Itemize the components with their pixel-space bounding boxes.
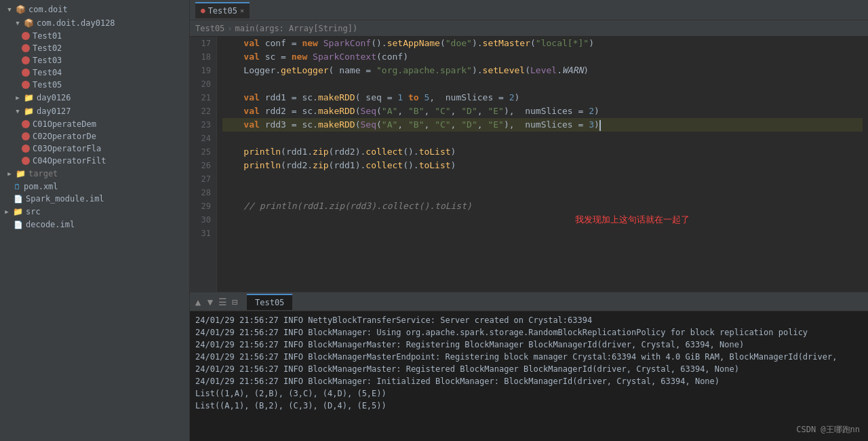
tree-label: Test01 [33,31,62,41]
code-line-19[interactable]: Logger.getLogger( name = "org.apache.spa… [222,64,863,77]
tab-Test05[interactable]: ● Test05 ✕ [195,2,250,18]
tree-label: Spark_module.iml [26,194,104,204]
arrow-icon: ▼ [5,5,14,14]
console-action-buttons[interactable]: ▲ ▼ ☰ ⊟ [193,296,240,307]
ln-27: 27 [195,172,211,186]
tree-label: Test05 [33,80,62,90]
tree-label: pom.xml [24,182,58,191]
tree-item-com-doit[interactable]: ▼ 📦 com.doit [0,3,189,16]
code-line-27 [222,172,863,186]
tree-item-src[interactable]: ▶ 📁 src [0,205,189,218]
console-line-1: 24/01/29 21:56:27 INFO NettyBlockTransfe… [195,314,863,326]
code-line-23[interactable]: val rdd3 = sc.makeRDD(Seq("A", "B", "C",… [222,118,863,132]
tree-item-Test05[interactable]: Test05 [0,79,189,91]
console-line-5: 24/01/29 21:56:27 INFO BlockManagerMaste… [195,363,863,375]
code-lines[interactable]: val conf = new SparkConf().setAppName("d… [217,37,868,292]
arrow-icon: ▼ [14,19,22,27]
code-line-21[interactable]: val rdd1 = sc.makeRDD( seq = 1 to 5, num… [222,91,863,104]
tree-item-pom[interactable]: 🗒 pom.xml [0,180,189,193]
tree-label: com.doit [28,5,68,14]
console-line-6: 24/01/29 21:56:27 INFO BlockManager: Ini… [195,375,863,387]
folder-icon: 📁 [15,168,26,179]
code-line-18[interactable]: val sc = new SparkContext(conf) [222,50,863,64]
ln-23: 23 [195,118,211,132]
scroll-up-button[interactable]: ▲ [193,296,203,307]
arrow-icon: ▶ [14,94,22,102]
tree-item-Test01[interactable]: Test01 [0,30,189,42]
scala-file-icon [22,120,30,128]
folder-icon: 📁 [23,106,34,117]
ln-17: 17 [195,37,211,50]
file-tree[interactable]: ▼ 📦 com.doit ▼ 📦 com.doit.day0128 Test01… [0,0,190,441]
tree-label: C02OperatorDe [33,132,96,141]
tree-item-iml[interactable]: 📄 Spark_module.iml [0,193,189,205]
code-line-30[interactable]: 我发现加上这句话就在一起了 [222,213,863,227]
tab-bar[interactable]: ● Test05 ✕ [190,0,868,20]
folder-icon: 📁 [12,206,23,217]
ln-30: 30 [195,213,211,227]
tab-close-button[interactable]: ✕ [240,7,244,14]
tree-item-C02[interactable]: C02OperatorDe [0,130,189,142]
ln-18: 18 [195,50,211,64]
tab-run-label: Test05 [255,298,284,307]
code-line-20 [222,77,863,91]
code-line-22[interactable]: val rdd2 = sc.makeRDD(Seq("A", "B", "C",… [222,104,863,118]
scala-file-icon [22,44,30,52]
tree-item-day0126[interactable]: ▶ 📁 day0126 [0,91,189,104]
tab-label: Test05 [208,6,237,16]
tree-item-C04[interactable]: C04OperatorFilt [0,155,189,167]
tree-item-day0128[interactable]: ▼ 📦 com.doit.day0128 [0,16,189,30]
tree-label: target [28,169,58,178]
bottom-panel: ▲ ▼ ☰ ⊟ Test05 24/01/29 21:56:27 INFO Ne… [190,292,868,441]
tree-item-C01[interactable]: C01OperateDem [0,118,189,130]
tree-label: C03OperatorFla [33,144,101,153]
breadcrumb-part1[interactable]: Test05 [195,24,224,33]
ln-28: 28 [195,186,211,199]
tree-item-target[interactable]: ▶ 📁 target [0,167,189,180]
clear-button[interactable]: ☰ [217,296,228,307]
package-icon: 📦 [15,4,26,15]
folder-icon: 📁 [23,92,34,103]
tree-item-Test03[interactable]: Test03 [0,54,189,66]
bottom-tab-bar[interactable]: ▲ ▼ ☰ ⊟ Test05 [190,292,868,311]
code-editor[interactable]: 17 18 19 20 21 22 23 24 25 26 27 28 29 3… [190,37,868,292]
ln-20: 20 [195,77,211,91]
code-content[interactable]: 17 18 19 20 21 22 23 24 25 26 27 28 29 3… [190,37,868,292]
xml-icon: 🗒 [14,183,21,191]
filter-button[interactable]: ⊟ [229,296,240,307]
code-line-31 [222,227,863,240]
code-line-26[interactable]: println(rdd2.zip(rdd1).collect().toList) [222,159,863,172]
ln-29: 29 [195,199,211,213]
code-line-17[interactable]: val conf = new SparkConf().setAppName("d… [222,37,863,50]
scala-file-icon [22,132,30,140]
scroll-down-button[interactable]: ▼ [205,296,216,307]
console-output[interactable]: 24/01/29 21:56:27 INFO NettyBlockTransfe… [190,311,868,441]
tree-item-decode-iml[interactable]: 📄 decode.iml [0,218,189,231]
tree-label: C04OperatorFilt [33,156,106,166]
ln-26: 26 [195,159,211,172]
tab-file-icon: ● [201,6,205,15]
arrow-icon: ▼ [14,107,22,115]
scala-file-icon [22,69,30,77]
breadcrumb-part2[interactable]: main(args: Array[String]) [235,24,358,33]
tree-item-day0127[interactable]: ▼ 📁 day0127 [0,104,189,118]
code-line-25[interactable]: println(rdd1.zip(rdd2).collect().toList) [222,145,863,159]
iml-icon: 📄 [14,220,23,229]
tree-label: day0126 [37,93,71,102]
tree-item-Test02[interactable]: Test02 [0,42,189,54]
tree-label: day0127 [37,107,71,116]
console-result-1: List((1,A), (2,B), (3,C), (4,D), (5,E)) [195,387,863,400]
scala-file-icon [22,81,30,89]
console-line-4: 24/01/29 21:56:27 INFO BlockManagerMaste… [195,351,863,363]
code-line-29[interactable]: // println(rdd1.zip(rdd3).collect().toLi… [222,199,863,213]
code-line-24 [222,132,863,145]
scala-file-icon [22,157,30,165]
tree-item-C03[interactable]: C03OperatorFla [0,142,189,155]
line-30-content [286,228,292,238]
arrow-icon: ▶ [5,170,14,178]
arrow-icon: ▶ [3,208,11,216]
tab-run[interactable]: Test05 [247,294,292,310]
ln-21: 21 [195,91,211,104]
tree-label: com.doit.day0128 [37,18,115,28]
tree-item-Test04[interactable]: Test04 [0,66,189,79]
